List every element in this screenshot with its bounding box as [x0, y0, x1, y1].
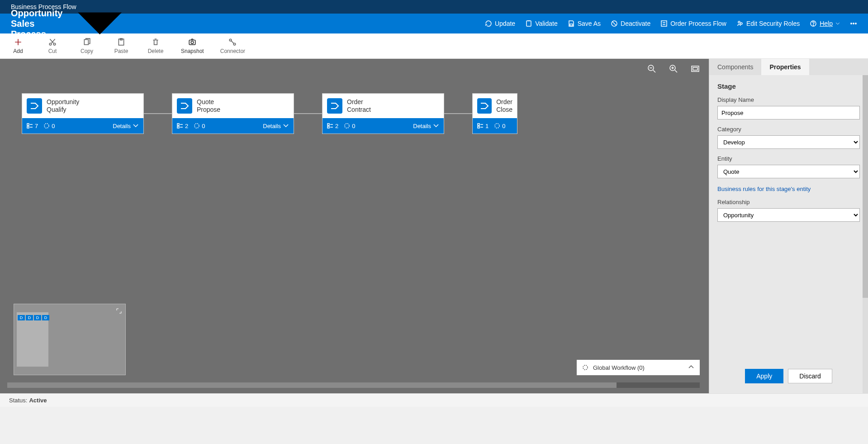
- stage-name: Contract: [347, 106, 371, 114]
- chevron-down-icon: [133, 123, 139, 129]
- stage-name: Qualify: [47, 106, 79, 114]
- business-rules-link[interactable]: Business rules for this stage's entity: [717, 186, 860, 192]
- canvas[interactable]: Opportunity Qualify 7 0 Details Quote: [0, 59, 709, 393]
- svg-point-4: [738, 21, 740, 23]
- svg-rect-23: [27, 124, 29, 125]
- camera-icon: [188, 38, 196, 46]
- category-select[interactable]: Develop: [717, 135, 860, 149]
- workflow-icon: [582, 364, 588, 371]
- details-toggle[interactable]: Details: [413, 123, 439, 129]
- stage-qualify[interactable]: Opportunity Qualify 7 0 Details: [22, 93, 144, 134]
- cut-icon: [48, 38, 57, 46]
- svg-point-10: [855, 23, 856, 24]
- zoom-out-icon[interactable]: [647, 64, 656, 73]
- entity-select[interactable]: Quote: [717, 165, 860, 178]
- entity-label: Entity: [717, 155, 860, 162]
- discard-button[interactable]: Discard: [788, 369, 832, 383]
- update-button[interactable]: Update: [485, 20, 515, 27]
- stage-propose[interactable]: Quote Propose 2 0 Details: [172, 93, 294, 134]
- panel-tabs: Components Properties: [709, 59, 868, 75]
- help-icon: [810, 20, 817, 27]
- tab-components[interactable]: Components: [709, 59, 761, 75]
- paste-button[interactable]: Paste: [112, 38, 130, 54]
- flow-name-text: Opportunity Sales Process: [11, 8, 68, 39]
- expand-icon[interactable]: [116, 308, 122, 315]
- delete-button[interactable]: Delete: [147, 38, 165, 54]
- relationship-label: Relationship: [717, 199, 860, 205]
- svg-rect-3: [661, 21, 667, 26]
- refresh-icon: [485, 20, 492, 27]
- more-button[interactable]: [850, 20, 857, 27]
- copy-button[interactable]: Copy: [78, 38, 96, 54]
- steps-icon: [327, 123, 333, 129]
- toolbar: Add Cut Copy Paste Delete Snapshot Conne…: [0, 33, 868, 59]
- stage-name: Propose: [197, 106, 220, 114]
- stage-close[interactable]: Order Close 1 0: [472, 93, 517, 134]
- snapshot-button[interactable]: Snapshot: [181, 38, 204, 54]
- svg-point-28: [194, 124, 199, 128]
- workflow-icon: [43, 123, 50, 129]
- global-workflow-label: Global Workflow (0): [593, 364, 645, 371]
- order-process-flow-button[interactable]: Order Process Flow: [660, 20, 726, 27]
- category-label: Category: [717, 126, 860, 133]
- display-name-input[interactable]: [717, 106, 860, 119]
- fit-screen-icon[interactable]: [691, 64, 700, 73]
- horizontal-scrollbar[interactable]: [7, 382, 700, 388]
- svg-rect-1: [570, 24, 573, 26]
- workflow-icon: [344, 123, 350, 129]
- steps-icon: [27, 123, 33, 129]
- deactivate-button[interactable]: Deactivate: [611, 20, 650, 27]
- svg-point-31: [345, 124, 349, 128]
- security-icon: [736, 20, 744, 27]
- svg-point-34: [495, 124, 499, 128]
- stage-contract[interactable]: Order Contract 2 0 Details: [322, 93, 444, 134]
- connector: [294, 113, 322, 114]
- chevron-down-icon: [433, 123, 439, 129]
- svg-rect-26: [177, 124, 179, 125]
- tab-properties[interactable]: Properties: [761, 59, 809, 75]
- stage-entity: Quote: [197, 98, 220, 106]
- svg-point-12: [53, 43, 56, 45]
- details-toggle[interactable]: Details: [113, 123, 139, 129]
- stage-name: Close: [496, 106, 512, 114]
- svg-point-8: [851, 23, 852, 24]
- svg-point-7: [813, 25, 814, 26]
- svg-point-18: [230, 39, 232, 41]
- svg-point-11: [49, 43, 52, 45]
- global-workflow-bar[interactable]: Global Workflow (0): [577, 360, 700, 375]
- delete-icon: [152, 38, 160, 46]
- status-value: Active: [29, 397, 47, 404]
- connector: [444, 113, 472, 114]
- svg-rect-30: [327, 126, 329, 128]
- workflow-icon: [494, 123, 500, 129]
- clipboard-icon: [525, 20, 532, 27]
- validate-button[interactable]: Validate: [525, 20, 558, 27]
- steps-icon: [477, 123, 484, 129]
- apply-button[interactable]: Apply: [745, 369, 783, 383]
- svg-point-17: [191, 41, 194, 43]
- connector-button[interactable]: Connector: [220, 38, 245, 54]
- add-button[interactable]: Add: [9, 38, 27, 54]
- cut-button[interactable]: Cut: [43, 38, 62, 54]
- order-icon: [660, 20, 668, 27]
- edit-security-roles-button[interactable]: Edit Security Roles: [736, 20, 800, 27]
- paste-icon: [117, 38, 125, 46]
- title-bar: Business Process Flow: [0, 0, 868, 14]
- svg-rect-29: [327, 124, 329, 125]
- svg-point-5: [740, 23, 742, 24]
- relationship-select[interactable]: Opportunity: [717, 208, 860, 222]
- details-toggle[interactable]: Details: [263, 123, 289, 129]
- flow-name-dropdown[interactable]: Opportunity Sales Process: [11, 0, 129, 53]
- save-as-button[interactable]: Save As: [568, 20, 601, 27]
- chevron-down-icon: [283, 123, 289, 129]
- help-button[interactable]: Help: [810, 20, 840, 27]
- zoom-in-icon[interactable]: [669, 64, 678, 73]
- vertical-scrollbar[interactable]: [863, 75, 868, 393]
- svg-point-19: [234, 43, 236, 45]
- minimap-node: D: [42, 315, 49, 320]
- svg-point-9: [853, 23, 854, 24]
- minimap[interactable]: D D D D: [14, 304, 126, 375]
- display-name-label: Display Name: [717, 96, 860, 103]
- stage-entity: Opportunity: [47, 98, 79, 106]
- stage-icon: [327, 98, 342, 114]
